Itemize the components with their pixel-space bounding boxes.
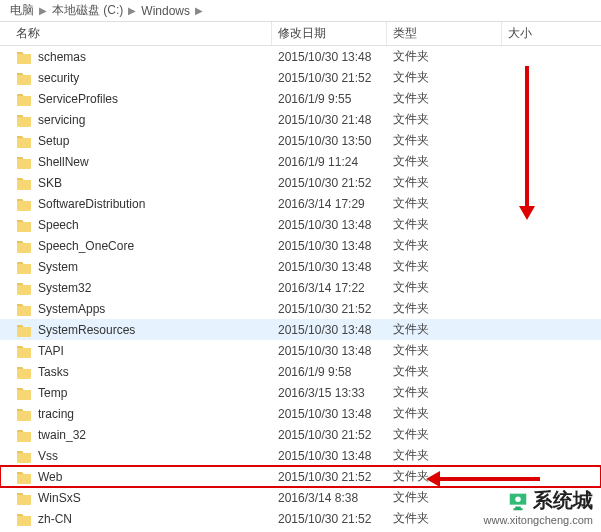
column-name-header[interactable]: 名称 bbox=[0, 22, 272, 45]
table-row[interactable]: Temp2016/3/15 13:33文件夹 bbox=[0, 382, 601, 403]
file-date-cell: 2015/10/30 21:48 bbox=[272, 113, 387, 127]
file-date-cell: 2015/10/30 21:52 bbox=[272, 512, 387, 526]
column-type-header[interactable]: 类型 bbox=[387, 22, 502, 45]
file-date-cell: 2015/10/30 13:48 bbox=[272, 218, 387, 232]
file-name-cell: servicing bbox=[0, 113, 272, 127]
file-name-cell: System32 bbox=[0, 281, 272, 295]
table-row[interactable]: TAPI2015/10/30 13:48文件夹 bbox=[0, 340, 601, 361]
file-date-cell: 2015/10/30 13:48 bbox=[272, 449, 387, 463]
table-row[interactable]: security2015/10/30 21:52文件夹 bbox=[0, 67, 601, 88]
table-row[interactable]: SystemApps2015/10/30 21:52文件夹 bbox=[0, 298, 601, 319]
file-name: tracing bbox=[38, 407, 74, 421]
file-name-cell: ShellNew bbox=[0, 155, 272, 169]
table-row[interactable]: System322016/3/14 17:22文件夹 bbox=[0, 277, 601, 298]
file-name: twain_32 bbox=[38, 428, 86, 442]
table-row[interactable]: Vss2015/10/30 13:48文件夹 bbox=[0, 445, 601, 466]
file-date-cell: 2016/3/14 17:29 bbox=[272, 197, 387, 211]
breadcrumb-part[interactable]: Windows bbox=[137, 4, 194, 18]
table-row[interactable]: SoftwareDistribution2016/3/14 17:29文件夹 bbox=[0, 193, 601, 214]
file-type-cell: 文件夹 bbox=[387, 237, 502, 254]
file-name: servicing bbox=[38, 113, 85, 127]
table-row[interactable]: Setup2015/10/30 13:50文件夹 bbox=[0, 130, 601, 151]
table-row[interactable]: System2015/10/30 13:48文件夹 bbox=[0, 256, 601, 277]
watermark-text: 系统城 bbox=[533, 487, 593, 514]
folder-icon bbox=[16, 218, 32, 232]
table-row[interactable]: servicing2015/10/30 21:48文件夹 bbox=[0, 109, 601, 130]
file-date-cell: 2016/3/14 17:22 bbox=[272, 281, 387, 295]
file-name: WinSxS bbox=[38, 491, 81, 505]
file-name-cell: zh-CN bbox=[0, 512, 272, 526]
folder-icon bbox=[16, 176, 32, 190]
folder-icon bbox=[16, 92, 32, 106]
folder-icon bbox=[16, 428, 32, 442]
file-name-cell: SystemResources bbox=[0, 323, 272, 337]
file-name: Setup bbox=[38, 134, 69, 148]
table-row[interactable]: SystemResources2015/10/30 13:48文件夹 bbox=[0, 319, 601, 340]
file-date-cell: 2015/10/30 21:52 bbox=[272, 71, 387, 85]
file-name: Tasks bbox=[38, 365, 69, 379]
file-name-cell: SystemApps bbox=[0, 302, 272, 316]
column-headers: 名称 修改日期 类型 大小 bbox=[0, 22, 601, 46]
file-name: Vss bbox=[38, 449, 58, 463]
file-date-cell: 2015/10/30 13:48 bbox=[272, 323, 387, 337]
file-name: ShellNew bbox=[38, 155, 89, 169]
file-type-cell: 文件夹 bbox=[387, 174, 502, 191]
file-name-cell: Vss bbox=[0, 449, 272, 463]
file-date-cell: 2016/1/9 9:55 bbox=[272, 92, 387, 106]
folder-icon bbox=[16, 260, 32, 274]
file-name-cell: System bbox=[0, 260, 272, 274]
annotation-arrow-down bbox=[525, 66, 529, 206]
column-size-header[interactable]: 大小 bbox=[502, 22, 601, 45]
folder-icon bbox=[16, 386, 32, 400]
file-date-cell: 2015/10/30 13:48 bbox=[272, 50, 387, 64]
table-row[interactable]: tracing2015/10/30 13:48文件夹 bbox=[0, 403, 601, 424]
file-name: TAPI bbox=[38, 344, 64, 358]
breadcrumb-part[interactable]: 电脑 bbox=[6, 2, 38, 19]
folder-icon bbox=[16, 470, 32, 484]
breadcrumb: 电脑 ▶ 本地磁盘 (C:) ▶ Windows ▶ bbox=[0, 0, 601, 22]
table-row[interactable]: schemas2015/10/30 13:48文件夹 bbox=[0, 46, 601, 67]
file-date-cell: 2015/10/30 13:50 bbox=[272, 134, 387, 148]
file-name-cell: SoftwareDistribution bbox=[0, 197, 272, 211]
annotation-arrow-left bbox=[440, 477, 540, 481]
table-row[interactable]: Speech_OneCore2015/10/30 13:48文件夹 bbox=[0, 235, 601, 256]
monitor-icon bbox=[507, 490, 529, 512]
file-name: zh-CN bbox=[38, 512, 72, 526]
table-row[interactable]: ServiceProfiles2016/1/9 9:55文件夹 bbox=[0, 88, 601, 109]
file-type-cell: 文件夹 bbox=[387, 426, 502, 443]
file-name-cell: Speech_OneCore bbox=[0, 239, 272, 253]
table-row[interactable]: ShellNew2016/1/9 11:24文件夹 bbox=[0, 151, 601, 172]
file-type-cell: 文件夹 bbox=[387, 69, 502, 86]
file-type-cell: 文件夹 bbox=[387, 321, 502, 338]
folder-icon bbox=[16, 197, 32, 211]
table-row[interactable]: twain_322015/10/30 21:52文件夹 bbox=[0, 424, 601, 445]
table-row[interactable]: Tasks2016/1/9 9:58文件夹 bbox=[0, 361, 601, 382]
file-name-cell: Tasks bbox=[0, 365, 272, 379]
folder-icon bbox=[16, 113, 32, 127]
file-name-cell: ServiceProfiles bbox=[0, 92, 272, 106]
file-name: Speech bbox=[38, 218, 79, 232]
file-name-cell: SKB bbox=[0, 176, 272, 190]
column-date-header[interactable]: 修改日期 bbox=[272, 22, 387, 45]
file-type-cell: 文件夹 bbox=[387, 342, 502, 359]
file-type-cell: 文件夹 bbox=[387, 48, 502, 65]
file-name: ServiceProfiles bbox=[38, 92, 118, 106]
file-date-cell: 2015/10/30 13:48 bbox=[272, 407, 387, 421]
file-date-cell: 2015/10/30 21:52 bbox=[272, 302, 387, 316]
table-row[interactable]: SKB2015/10/30 21:52文件夹 bbox=[0, 172, 601, 193]
file-name-cell: Setup bbox=[0, 134, 272, 148]
file-type-cell: 文件夹 bbox=[387, 279, 502, 296]
file-type-cell: 文件夹 bbox=[387, 363, 502, 380]
folder-icon bbox=[16, 134, 32, 148]
file-date-cell: 2016/3/14 8:38 bbox=[272, 491, 387, 505]
file-type-cell: 文件夹 bbox=[387, 153, 502, 170]
file-name: security bbox=[38, 71, 79, 85]
file-type-cell: 文件夹 bbox=[387, 300, 502, 317]
table-row[interactable]: Speech2015/10/30 13:48文件夹 bbox=[0, 214, 601, 235]
file-name-cell: twain_32 bbox=[0, 428, 272, 442]
file-type-cell: 文件夹 bbox=[387, 90, 502, 107]
folder-icon bbox=[16, 407, 32, 421]
folder-icon bbox=[16, 281, 32, 295]
breadcrumb-part[interactable]: 本地磁盘 (C:) bbox=[48, 2, 127, 19]
file-name: SystemResources bbox=[38, 323, 135, 337]
